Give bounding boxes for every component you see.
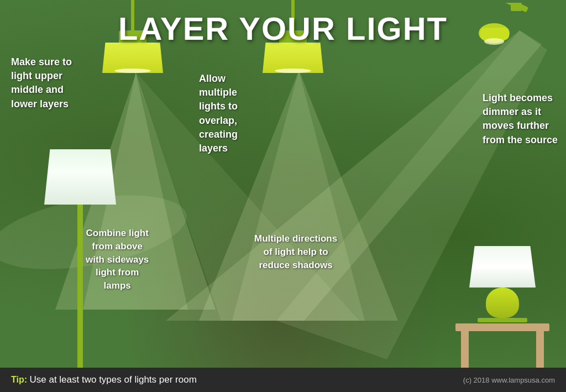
tip-label: Tip: [11, 375, 27, 384]
side-table [455, 323, 549, 368]
table-leg-left [461, 331, 469, 368]
shade-1 [102, 43, 163, 73]
annotation-top-right: Light becomes dimmer as it moves further… [483, 91, 558, 147]
table-top [455, 323, 549, 331]
table-leg-right [536, 331, 544, 368]
svg-rect-9 [491, 3, 528, 13]
svg-marker-3 [232, 69, 365, 321]
table-lamp-shade [469, 246, 536, 288]
table-lamp-base [478, 318, 527, 322]
page-title: LAYER YOUR LIGHT [118, 10, 448, 47]
shade-2 [263, 43, 323, 73]
spot-svg [478, 3, 549, 58]
annotation-bottom-center: Multiple directions of light help to red… [254, 232, 337, 271]
svg-marker-4 [135, 72, 359, 321]
table-lamp-body [486, 288, 519, 318]
svg-point-12 [484, 38, 504, 45]
annotation-top-center: Allow multiple lights to overlap, creati… [199, 72, 238, 155]
floor-lamp-shade [44, 149, 116, 205]
annotation-bottom-left: Combine light from above with sideways l… [86, 227, 149, 292]
bottom-bar: Tip: Use at least two types of lights pe… [0, 368, 566, 392]
floor-lamp-pole [77, 205, 83, 381]
main-infographic: LAYER YOUR LIGHT [0, 0, 566, 392]
copyright-text: (c) 2018 www.lampsusa.com [463, 376, 555, 384]
annotation-top-left: Make sure to light upper middle and lowe… [11, 55, 72, 111]
tip-container: Tip: Use at least two types of lights pe… [11, 374, 197, 385]
table-lamp-group [455, 246, 549, 368]
spot-fixture [478, 3, 549, 60]
svg-rect-11 [480, 28, 509, 40]
tip-text: Use at least two types of lights per roo… [29, 374, 196, 385]
table-legs [455, 331, 549, 368]
